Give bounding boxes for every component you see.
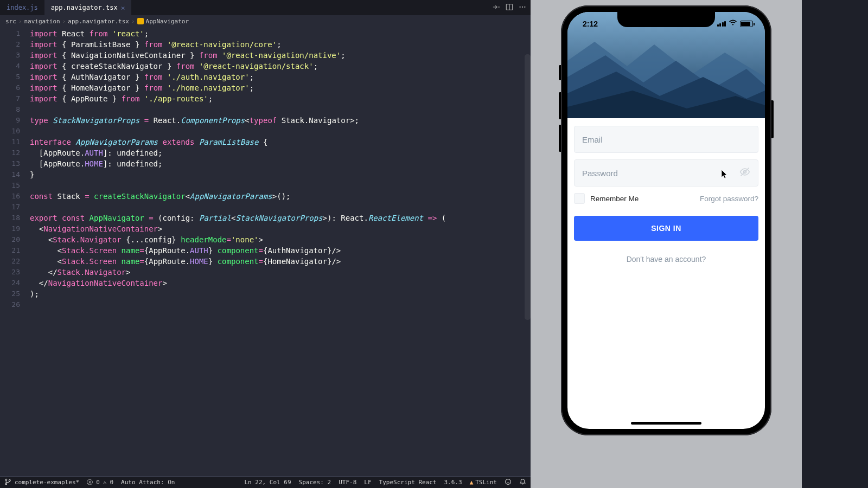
- sign-in-label: SIGN IN: [651, 224, 681, 233]
- tab-label: app.navigator.tsx: [51, 4, 118, 11]
- svg-point-2: [519, 6, 520, 7]
- home-indicator[interactable]: [631, 422, 701, 425]
- language-mode[interactable]: TypeScript React: [379, 479, 437, 486]
- warning-triangle-icon: ▲: [470, 479, 474, 486]
- phone-mute-switch: [559, 65, 561, 80]
- eol[interactable]: LF: [364, 479, 371, 486]
- password-field[interactable]: Password: [574, 159, 758, 187]
- tab-app-navigator[interactable]: app.navigator.tsx ×: [44, 0, 132, 15]
- close-icon[interactable]: ×: [121, 4, 125, 12]
- chevron-right-icon: ›: [62, 18, 66, 25]
- status-bar: complete-exmaples* ⓧ0 ⚠0 Auto Attach: On…: [0, 476, 531, 488]
- error-icon: ⓧ: [87, 478, 93, 486]
- checkbox[interactable]: [574, 193, 585, 204]
- line-gutter: 1234567891011121314151617181920212223242…: [0, 27, 30, 476]
- split-editor-icon[interactable]: [506, 3, 513, 12]
- git-branch[interactable]: complete-exmaples*: [4, 478, 79, 487]
- cursor-position[interactable]: Ln 22, Col 69: [244, 479, 291, 486]
- battery-icon: [740, 21, 753, 27]
- svg-point-6: [5, 483, 7, 484]
- signal-icon: [717, 21, 726, 27]
- remember-label: Remember Me: [590, 195, 639, 203]
- svg-point-3: [522, 6, 523, 7]
- phone-volume-up: [559, 92, 561, 119]
- email-field[interactable]: Email: [574, 126, 758, 153]
- compare-changes-icon[interactable]: [493, 3, 500, 12]
- breadcrumb[interactable]: src › navigation › app.navigator.tsx › A…: [0, 15, 531, 27]
- typescript-version[interactable]: 3.6.3: [444, 479, 462, 486]
- phone-notch: [617, 12, 715, 27]
- phone-screen: 2:12: [567, 12, 765, 429]
- auto-attach[interactable]: Auto Attach: On: [121, 479, 175, 486]
- notifications-icon[interactable]: [519, 478, 526, 487]
- phone-volume-down: [559, 125, 561, 152]
- login-form: Email Password Remember Me Forgot passwo…: [567, 118, 765, 271]
- tab-index-js[interactable]: index.js: [0, 0, 44, 15]
- branch-name: complete-exmaples*: [15, 479, 79, 486]
- phone-frame: 2:12: [561, 5, 771, 435]
- tab-label: index.js: [7, 4, 38, 11]
- form-options-row: Remember Me Forgot password?: [574, 193, 758, 204]
- indentation[interactable]: Spaces: 2: [299, 479, 331, 486]
- breadcrumb-item[interactable]: src: [5, 18, 16, 25]
- tslint-status[interactable]: ▲ TSLint: [470, 479, 497, 486]
- code-area[interactable]: 1234567891011121314151617181920212223242…: [0, 27, 531, 476]
- eye-off-icon[interactable]: [739, 166, 750, 180]
- email-placeholder: Email: [582, 135, 603, 144]
- code-content[interactable]: import React from 'react';import { Param…: [30, 27, 531, 476]
- chevron-right-icon: ›: [18, 18, 22, 25]
- remember-me[interactable]: Remember Me: [574, 193, 639, 204]
- breadcrumb-item[interactable]: navigation: [24, 18, 60, 25]
- feedback-icon[interactable]: [505, 478, 512, 487]
- sign-in-button[interactable]: SIGN IN: [574, 216, 758, 241]
- breadcrumb-symbol[interactable]: AppNavigator: [137, 18, 189, 25]
- svg-point-4: [524, 6, 525, 7]
- vertical-scrollbar[interactable]: [525, 54, 531, 320]
- svg-point-8: [506, 479, 511, 484]
- warning-icon: ⚠: [103, 479, 107, 486]
- encoding[interactable]: UTF-8: [339, 479, 356, 486]
- more-actions-icon[interactable]: [519, 3, 526, 12]
- symbol-variable-icon: [137, 18, 144, 24]
- tabs-bar: index.js app.navigator.tsx ×: [0, 0, 531, 15]
- no-account-link[interactable]: Don't have an account?: [574, 255, 758, 264]
- symbol-label: AppNavigator: [146, 18, 189, 25]
- problems-indicator[interactable]: ⓧ0 ⚠0: [87, 478, 113, 486]
- git-branch-icon: [4, 478, 11, 487]
- breadcrumb-item[interactable]: app.navigator.tsx: [68, 18, 129, 25]
- svg-point-7: [9, 479, 10, 481]
- status-indicators: [717, 20, 754, 28]
- svg-point-5: [5, 479, 7, 480]
- chevron-right-icon: ›: [131, 18, 135, 25]
- editor-pane: index.js app.navigator.tsx × src › navig…: [0, 0, 531, 488]
- simulator-pane: 2:12: [531, 0, 802, 488]
- phone-power-button: [771, 100, 774, 138]
- wifi-icon: [729, 20, 737, 28]
- status-time: 2:12: [583, 20, 598, 28]
- password-placeholder: Password: [582, 169, 618, 178]
- tab-actions: [493, 3, 526, 12]
- forgot-password-link[interactable]: Forgot password?: [700, 195, 758, 203]
